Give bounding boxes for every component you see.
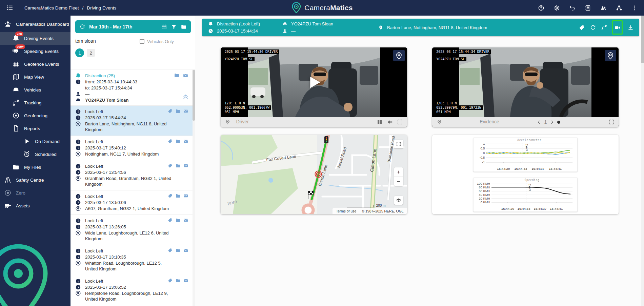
collapse-group-icon[interactable] xyxy=(182,93,189,100)
move-to-folder-icon[interactable] xyxy=(175,218,181,223)
tag-icon[interactable] xyxy=(167,218,173,223)
sidebar-item-driving-events[interactable]: 728Driving Events xyxy=(0,32,71,45)
video-camera-icon[interactable] xyxy=(614,24,621,31)
fullscreen-icon[interactable] xyxy=(397,119,403,125)
sidebar-item-reports[interactable]: Reports xyxy=(0,122,71,135)
page-2-button[interactable]: 2 xyxy=(87,49,95,57)
page-1-button[interactable]: 1 xyxy=(75,48,84,57)
play-button[interactable] xyxy=(306,75,322,90)
event-list-item[interactable]: Look Left2025-03-17 13:54:56Grantham Roa… xyxy=(71,160,193,190)
menu-icon[interactable] xyxy=(6,4,14,12)
event-group-header[interactable]: Distraction (25) from: 2025-03-14 10:44:… xyxy=(71,69,193,105)
events-scrollbar[interactable] xyxy=(193,69,195,306)
breadcrumb-fleet[interactable]: CameraMatics Demo Fleet xyxy=(24,5,79,11)
email-icon[interactable] xyxy=(183,278,188,283)
trip-start-marker[interactable] xyxy=(324,136,328,143)
email-icon[interactable] xyxy=(183,163,188,168)
event-list-item[interactable]: Look Left2025-03-17 15:44:34Barton Lane,… xyxy=(71,105,193,136)
move-to-folder-icon[interactable] xyxy=(175,139,181,144)
terms-of-use-link[interactable]: Terms of use xyxy=(336,209,356,213)
email-icon[interactable] xyxy=(183,248,188,253)
sidebar-item-vehicles[interactable]: Vehicles xyxy=(0,83,71,96)
sidebar-item-tracking[interactable]: Tracking xyxy=(0,96,71,109)
sidebar-item-map-view[interactable]: Map View xyxy=(0,70,71,83)
refresh-icon[interactable] xyxy=(590,24,596,31)
email-icon[interactable] xyxy=(183,139,188,144)
event-list-item[interactable]: Look Left2025-03-17 13:10:35Whatton Road… xyxy=(71,245,193,275)
time-icon xyxy=(75,115,81,121)
email-icon[interactable] xyxy=(183,193,188,199)
event-list-item[interactable]: Look Left2025-03-17 15:40:12Nottingham, … xyxy=(71,136,193,160)
sidebar-item-my-files[interactable]: My Files xyxy=(0,161,71,174)
checkbox-box[interactable] xyxy=(140,39,144,44)
sidebar-item-dashboard[interactable]: CameraMatics Dashboard xyxy=(0,16,71,32)
move-to-folder-icon[interactable] xyxy=(174,73,180,78)
email-icon[interactable] xyxy=(183,108,188,114)
zoom-out-button[interactable]: − xyxy=(394,177,403,186)
camera-name-field[interactable]: Driver xyxy=(235,119,272,125)
event-list-item[interactable]: Look Left2025-03-17 13:50:06A607, Granth… xyxy=(71,190,193,215)
vehicles-only-checkbox[interactable]: Vehicles Only xyxy=(140,39,174,44)
window-scrollbar[interactable] xyxy=(641,16,644,306)
tag-icon[interactable] xyxy=(167,108,173,114)
prev-page-icon[interactable] xyxy=(537,120,542,125)
map-fullscreen-button[interactable] xyxy=(394,140,403,148)
map-panel[interactable]: Fox Covert Lane Barton Lane Nobel Road C… xyxy=(221,135,407,214)
calendar-icon[interactable] xyxy=(161,24,167,30)
tag-icon[interactable] xyxy=(167,139,173,144)
filter-icon[interactable] xyxy=(171,24,177,30)
search-input[interactable] xyxy=(75,38,126,45)
camera-source-icon[interactable] xyxy=(225,119,231,125)
move-to-folder-icon[interactable] xyxy=(175,108,181,114)
move-to-folder-icon[interactable] xyxy=(175,193,181,199)
tag-icon[interactable] xyxy=(167,248,173,253)
event-list-item[interactable]: Look Left2025-03-17 13:26:05Wide Lane, L… xyxy=(71,215,193,245)
date-range-bar[interactable]: Mar 10th - Mar 17th xyxy=(75,20,191,33)
help-icon[interactable] xyxy=(538,5,544,11)
sidebar-item-geofencing[interactable]: Geofencing xyxy=(0,109,71,122)
sidebar-item-speeding-events[interactable]: 999+Speeding Events xyxy=(0,45,71,58)
camera-source-icon[interactable] xyxy=(436,119,442,125)
scrollbar-thumb[interactable] xyxy=(193,70,195,121)
settings-gear-icon[interactable] xyxy=(554,5,560,11)
evidence-image[interactable]: 2025-03-17 15:44:34 DRIVER YO24PZU TOM S… xyxy=(432,47,619,117)
sidebar-item-assets[interactable]: Assets xyxy=(0,199,71,212)
undo-icon[interactable] xyxy=(569,5,576,11)
zoom-in-button[interactable]: + xyxy=(394,167,403,177)
kebab-menu-icon[interactable] xyxy=(631,5,638,11)
event-group-title[interactable]: Distraction (25) xyxy=(85,73,115,79)
next-page-icon[interactable] xyxy=(549,120,555,125)
grid-view-icon[interactable] xyxy=(377,119,383,125)
sidebar-item-zero[interactable]: Zero xyxy=(0,186,71,199)
svg-text:1: 1 xyxy=(483,142,485,145)
sidebar-item-on-demand[interactable]: On Demand xyxy=(0,135,71,148)
driver-video[interactable]: 2025-03-17 15:44:30 DRIVER YO24PZU TOM S… xyxy=(221,47,407,117)
email-icon[interactable] xyxy=(183,218,188,223)
sidebar-item-geofence-events[interactable]: Geofence Events xyxy=(0,58,71,70)
sidebar-item-scheduled[interactable]: Scheduled xyxy=(0,148,71,161)
users-icon[interactable] xyxy=(600,5,607,11)
refresh-icon[interactable] xyxy=(79,24,85,30)
tag-icon[interactable] xyxy=(579,24,585,31)
move-to-folder-icon[interactable] xyxy=(175,163,181,168)
move-to-folder-icon[interactable] xyxy=(175,248,181,253)
mute-icon[interactable] xyxy=(387,119,393,125)
fullscreen-icon[interactable] xyxy=(608,119,615,125)
tag-icon[interactable] xyxy=(167,193,173,199)
evidence-name-field[interactable]: Evidence xyxy=(471,119,508,125)
map-canvas[interactable]: Fox Covert Lane Barton Lane Nobel Road C… xyxy=(221,135,407,214)
email-icon[interactable] xyxy=(183,73,188,78)
scrollbar-thumb[interactable] xyxy=(641,16,644,63)
folder-icon[interactable] xyxy=(181,24,187,30)
sitemap-icon[interactable] xyxy=(616,5,622,11)
tag-icon[interactable] xyxy=(167,163,173,168)
sidebar-item-safety-centre[interactable]: Safety Centre xyxy=(0,174,71,186)
contacts-book-icon[interactable] xyxy=(585,5,591,11)
move-to-folder-icon[interactable] xyxy=(175,278,181,283)
tracking-icon[interactable] xyxy=(601,24,607,31)
page-indicator-dot[interactable] xyxy=(557,121,560,124)
map-layers-button[interactable] xyxy=(394,196,403,205)
event-list-item[interactable]: Look Left2025-03-17 13:06:52Rempstone Ro… xyxy=(71,275,193,305)
tag-icon[interactable] xyxy=(167,278,173,283)
download-icon[interactable] xyxy=(627,24,634,31)
